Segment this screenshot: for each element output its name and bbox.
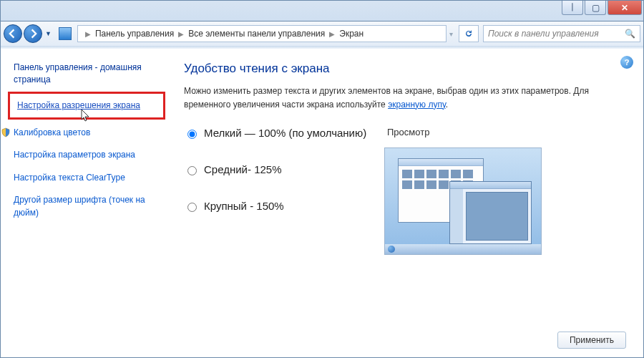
highlight-annotation: Настройка разрешения экрана <box>8 92 165 120</box>
breadcrumb[interactable]: ▶ Панель управления ▶ Все элементы панел… <box>77 25 447 42</box>
control-panel-icon <box>59 27 72 40</box>
back-button[interactable] <box>4 24 22 43</box>
history-dropdown-icon[interactable]: ▼ <box>45 30 52 37</box>
refresh-button[interactable] <box>459 25 479 42</box>
radio-large[interactable] <box>187 203 197 212</box>
sidebar-link-dpi[interactable]: Другой размер шрифта (точек на дюйм) <box>14 194 160 219</box>
content-area: Панель управления - домашняя страница На… <box>0 49 644 358</box>
size-options: Мелкий — 100% (по умолчанию) Средний- 12… <box>184 127 626 255</box>
breadcrumb-item[interactable]: Панель управления <box>95 29 174 39</box>
navigation-bar: ▼ ▶ Панель управления ▶ Все элементы пан… <box>0 21 644 46</box>
radio-medium[interactable] <box>187 166 197 175</box>
close-button[interactable]: ✕ <box>608 1 642 15</box>
breadcrumb-dropdown-icon[interactable]: ▾ <box>449 30 453 38</box>
radio-label: Мелкий — 100% (по умолчанию) <box>204 127 366 139</box>
search-placeholder: Поиск в панели управления <box>488 29 599 39</box>
help-icon[interactable]: ? <box>620 56 633 69</box>
sidebar-home-link[interactable]: Панель управления - домашняя страница <box>14 62 160 86</box>
sidebar-link-calibration[interactable]: Калибровка цветов <box>14 127 160 139</box>
preview-area: Просмотр <box>384 127 542 255</box>
search-icon: 🔍 <box>625 29 635 39</box>
sidebar: Панель управления - домашняя страница На… <box>1 49 170 357</box>
desc-text: Можно изменить размер текста и других эл… <box>184 86 589 110</box>
radio-group: Мелкий — 100% (по умолчанию) Средний- 12… <box>184 127 384 236</box>
sidebar-link-resolution[interactable]: Настройка разрешения экрана <box>17 100 156 112</box>
page-description: Можно изменить размер текста и других эл… <box>184 84 606 111</box>
minimize-button[interactable]: 〡 <box>562 1 583 15</box>
chevron-right-icon: ▶ <box>329 30 335 38</box>
radio-option-small[interactable]: Мелкий — 100% (по умолчанию) <box>184 127 384 139</box>
main-panel: ? Удобство чтения с экрана Можно изменит… <box>170 49 643 357</box>
shield-icon <box>1 127 11 137</box>
sidebar-link-cleartype[interactable]: Настройка текста ClearType <box>14 172 160 184</box>
radio-option-medium[interactable]: Средний- 125% <box>184 163 384 175</box>
button-row: Применить <box>557 332 626 349</box>
search-input[interactable]: Поиск в панели управления 🔍 <box>483 25 640 42</box>
radio-label: Крупный - 150% <box>204 200 284 212</box>
preview-label: Просмотр <box>387 127 542 137</box>
sidebar-item-label: Калибровка цветов <box>14 127 90 137</box>
apply-button[interactable]: Применить <box>557 332 626 349</box>
window-titlebar: 〡 ▢ ✕ <box>0 0 644 21</box>
page-title: Удобство чтения с экрана <box>184 62 626 76</box>
magnifier-link[interactable]: экранную лупу <box>388 100 446 110</box>
forward-button[interactable] <box>24 24 42 43</box>
breadcrumb-item[interactable]: Все элементы панели управления <box>188 29 325 39</box>
radio-label: Средний- 125% <box>204 163 282 175</box>
chevron-right-icon: ▶ <box>85 30 91 38</box>
radio-option-large[interactable]: Крупный - 150% <box>184 200 384 212</box>
preview-image <box>384 147 542 255</box>
breadcrumb-item[interactable]: Экран <box>339 29 364 39</box>
sidebar-link-display-settings[interactable]: Настройка параметров экрана <box>14 149 160 161</box>
maximize-button[interactable]: ▢ <box>585 1 606 15</box>
chevron-right-icon: ▶ <box>178 30 184 38</box>
radio-small[interactable] <box>187 130 197 139</box>
desc-tail: . <box>446 100 448 110</box>
